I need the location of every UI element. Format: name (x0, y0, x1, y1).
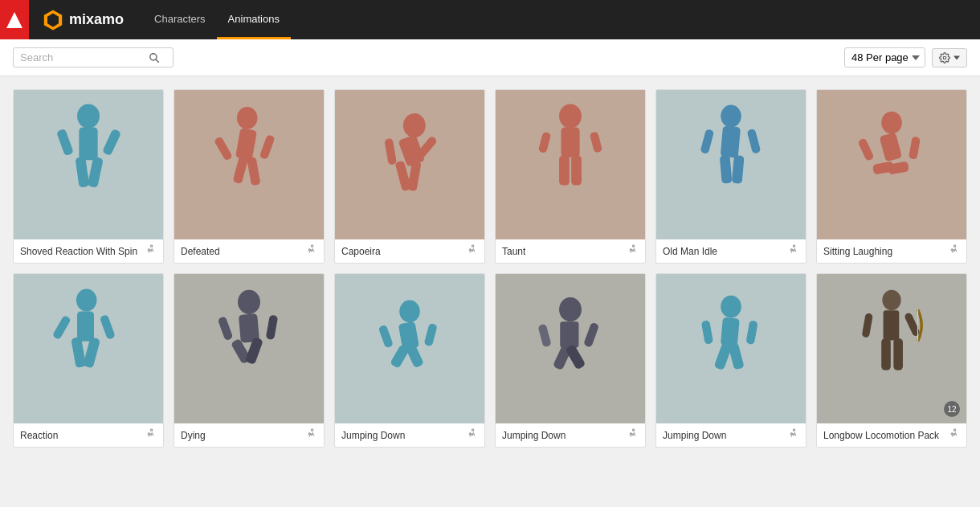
svg-rect-78 (701, 320, 713, 344)
run-icon (627, 428, 639, 442)
grid-item[interactable]: Shoved Reaction With Spin (13, 89, 164, 264)
svg-rect-87 (881, 338, 891, 370)
grid-item[interactable]: Jumping Down (495, 273, 646, 448)
svg-rect-84 (884, 310, 900, 340)
svg-rect-15 (214, 136, 233, 161)
svg-rect-37 (746, 129, 761, 154)
animation-name: Defeated (181, 246, 306, 257)
adobe-logo (0, 0, 29, 39)
svg-rect-66 (390, 344, 410, 369)
svg-rect-29 (538, 132, 552, 153)
svg-rect-65 (423, 323, 437, 347)
svg-point-27 (559, 104, 582, 128)
pack-count-badge: 12 (944, 401, 960, 417)
svg-point-83 (882, 290, 900, 311)
svg-point-90 (953, 429, 955, 431)
svg-rect-31 (559, 155, 570, 185)
mixamo-logo[interactable]: mixamo (42, 9, 124, 31)
svg-point-34 (721, 105, 741, 128)
svg-point-62 (399, 301, 420, 323)
grid-item[interactable]: Reaction (13, 273, 164, 448)
svg-rect-8 (56, 129, 74, 157)
nav-animations[interactable]: Animations (217, 0, 291, 39)
svg-rect-32 (571, 155, 582, 185)
header: mixamo Characters Animations (0, 0, 980, 39)
svg-point-20 (403, 113, 426, 137)
chevron-down-icon (953, 55, 960, 61)
run-icon (145, 244, 157, 258)
svg-rect-79 (745, 321, 757, 345)
run-icon (949, 244, 960, 258)
grid-item[interactable]: Taunt (495, 89, 646, 264)
svg-point-41 (881, 112, 902, 134)
run-icon (306, 244, 317, 258)
svg-rect-36 (700, 129, 714, 154)
search-icon[interactable] (149, 52, 160, 63)
search-input[interactable] (20, 51, 149, 63)
svg-point-40 (793, 245, 794, 247)
svg-point-68 (472, 429, 473, 431)
nav-characters[interactable]: Characters (143, 0, 217, 39)
svg-rect-71 (537, 324, 551, 348)
animation-name: Jumping Down (502, 430, 627, 441)
grid-item[interactable]: Capoeira (334, 89, 485, 264)
animation-name: Jumping Down (663, 430, 788, 441)
settings-button[interactable] (932, 48, 967, 67)
mixamo-hex-icon (42, 9, 64, 31)
svg-rect-85 (862, 313, 873, 337)
svg-rect-11 (88, 157, 104, 188)
grid-item[interactable]: Old Man Idle (655, 89, 806, 264)
svg-point-6 (77, 104, 100, 128)
animation-name: Taunt (502, 246, 627, 257)
run-icon (788, 428, 799, 442)
svg-rect-22 (384, 138, 397, 166)
svg-rect-35 (721, 125, 741, 157)
gear-icon (939, 52, 950, 63)
svg-point-61 (311, 429, 312, 431)
svg-rect-81 (728, 342, 745, 370)
svg-point-82 (793, 429, 794, 431)
per-page-select[interactable]: 12 Per page 24 Per page 48 Per page 96 P… (844, 47, 925, 67)
svg-rect-14 (235, 128, 257, 160)
grid-item[interactable]: Defeated (174, 89, 325, 264)
animation-name: Old Man Idle (663, 246, 788, 257)
run-icon (788, 244, 799, 258)
grid-item[interactable]: 12 Longbow Locomotion Pack (816, 273, 967, 448)
run-icon (627, 244, 639, 258)
svg-rect-44 (909, 137, 921, 160)
animation-name: Shoved Reaction With Spin (20, 246, 145, 257)
svg-rect-16 (259, 134, 276, 160)
animation-name: Dying (181, 430, 306, 441)
svg-rect-39 (732, 155, 745, 184)
svg-rect-64 (378, 325, 394, 349)
svg-point-69 (559, 297, 582, 321)
svg-rect-77 (721, 317, 740, 347)
grid-item[interactable]: Sitting Laughing (816, 89, 967, 264)
grid-item[interactable]: Jumping Down (655, 273, 806, 448)
nav-links: Characters Animations (143, 0, 291, 39)
animations-grid: Shoved Reaction With Spin Defeated (0, 76, 980, 460)
svg-point-48 (76, 289, 97, 312)
grid-item[interactable]: Jumping Down (334, 273, 485, 448)
svg-rect-49 (77, 312, 94, 341)
run-icon (467, 244, 478, 258)
svg-line-4 (156, 59, 159, 62)
svg-rect-7 (79, 128, 97, 161)
svg-rect-58 (266, 315, 279, 341)
animation-name: Longbow Locomotion Pack (823, 430, 949, 441)
animation-name: Capoeira (341, 246, 467, 257)
svg-rect-38 (720, 155, 733, 184)
svg-point-55 (238, 290, 260, 314)
svg-point-3 (150, 53, 157, 59)
svg-point-47 (953, 245, 955, 247)
svg-point-75 (632, 429, 634, 431)
run-icon (306, 428, 317, 442)
svg-rect-42 (880, 132, 903, 162)
run-icon (467, 428, 478, 442)
app-name-label: mixamo (69, 11, 124, 28)
run-icon (145, 428, 157, 442)
svg-marker-0 (6, 12, 22, 28)
svg-rect-10 (76, 157, 90, 188)
svg-point-54 (150, 429, 152, 431)
grid-item[interactable]: Dying (174, 273, 325, 448)
